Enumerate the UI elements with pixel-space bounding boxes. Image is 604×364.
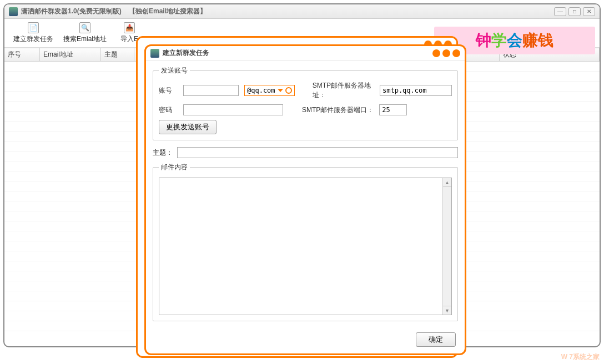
subject-input[interactable]: [177, 147, 458, 158]
dot-icon[interactable]: [452, 49, 460, 57]
window-dots: [432, 49, 460, 57]
toolbar-new-task[interactable]: 📄 建立群发任务: [10, 21, 57, 45]
dialog-titlebar: 建立新群发任务: [146, 46, 465, 60]
account-group: 发送账号 账号 @qq.com SMTP邮件服务器地址： 密码 SMTP邮件服务…: [153, 66, 458, 140]
content-group: 邮件内容 ▲ ▼: [153, 163, 458, 321]
subject-row: 主题：: [153, 147, 458, 158]
smtp-port-label: SMTP邮件服务器端口：: [302, 105, 374, 115]
maximize-button[interactable]: □: [568, 7, 581, 16]
col-index[interactable]: 序号: [4, 48, 40, 61]
app-icon: [9, 7, 18, 16]
content-editor: ▲ ▼: [159, 178, 452, 315]
minimize-button[interactable]: —: [554, 7, 566, 16]
dot-icon[interactable]: [432, 49, 440, 57]
chevron-down-icon: [278, 89, 283, 92]
document-icon: 📄: [28, 22, 39, 33]
ok-button[interactable]: 确定: [416, 332, 456, 347]
smtp-server-label: SMTP邮件服务器地址：: [313, 81, 374, 100]
password-input[interactable]: [183, 104, 283, 115]
change-account-button[interactable]: 更换发送账号: [159, 120, 217, 134]
dialog-footer: 确定: [153, 328, 458, 348]
col-email[interactable]: Email地址: [40, 48, 101, 61]
dialog-body: 发送账号 账号 @qq.com SMTP邮件服务器地址： 密码 SMTP邮件服务…: [146, 60, 465, 353]
banner-text-1: 钟: [476, 30, 491, 51]
search-icon: 🔍: [79, 22, 90, 33]
main-titlebar: 潇洒邮件群发器1.0(免费无限制版) 【独创Email地址搜索器】 — □ ✕: [4, 4, 600, 19]
account-input[interactable]: [183, 85, 239, 96]
banner-text-4: 赚钱: [522, 30, 553, 51]
password-label: 密码: [159, 105, 178, 115]
circle-icon: [285, 87, 292, 94]
account-label: 账号: [159, 86, 178, 95]
scroll-up-icon[interactable]: ▲: [443, 178, 451, 187]
content-textarea[interactable]: [159, 178, 442, 315]
domain-suffix-dropdown[interactable]: @qq.com: [244, 85, 295, 96]
toolbar-label: 建立群发任务: [13, 34, 53, 44]
subject-label: 主题：: [153, 148, 173, 158]
banner-text-2: 学: [491, 30, 507, 51]
scroll-down-icon[interactable]: ▼: [443, 306, 451, 315]
close-button[interactable]: ✕: [583, 7, 595, 16]
account-group-legend: 发送账号: [159, 66, 190, 75]
col-subject[interactable]: 主题: [101, 48, 134, 61]
smtp-port-input[interactable]: [379, 104, 407, 115]
app-icon: [150, 49, 159, 58]
dot-icon[interactable]: [442, 49, 450, 57]
toolbar-label: 搜索Emial地址: [63, 34, 107, 44]
smtp-server-input[interactable]: [380, 85, 452, 96]
dialog-title: 建立新群发任务: [163, 48, 209, 58]
password-row: 密码 SMTP邮件服务器端口：: [159, 104, 452, 115]
account-row: 账号 @qq.com SMTP邮件服务器地址：: [159, 81, 452, 100]
domain-suffix-text: @qq.com: [247, 87, 275, 94]
app-title: 潇洒邮件群发器1.0(免费无限制版) 【独创Email地址搜索器】: [21, 7, 207, 16]
content-legend: 邮件内容: [159, 163, 190, 172]
import-icon: 📥: [124, 22, 135, 33]
window-controls: — □ ✕: [554, 7, 595, 16]
watermark: W 7系统之家: [561, 352, 600, 362]
scrollbar[interactable]: ▲ ▼: [442, 178, 451, 315]
new-task-dialog: 建立新群发任务 发送账号 账号 @qq.com SMTP邮件服务器地址：: [144, 44, 466, 355]
toolbar-search-email[interactable]: 🔍 搜索Emial地址: [60, 21, 110, 45]
banner-text-3: 会: [507, 30, 522, 51]
